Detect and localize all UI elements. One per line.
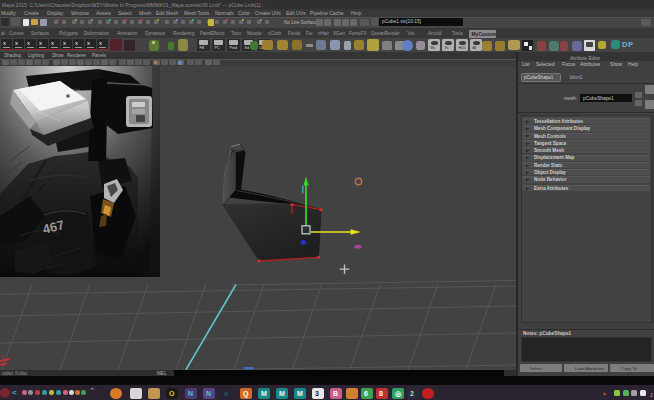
svg-text:x: x [1,353,4,359]
